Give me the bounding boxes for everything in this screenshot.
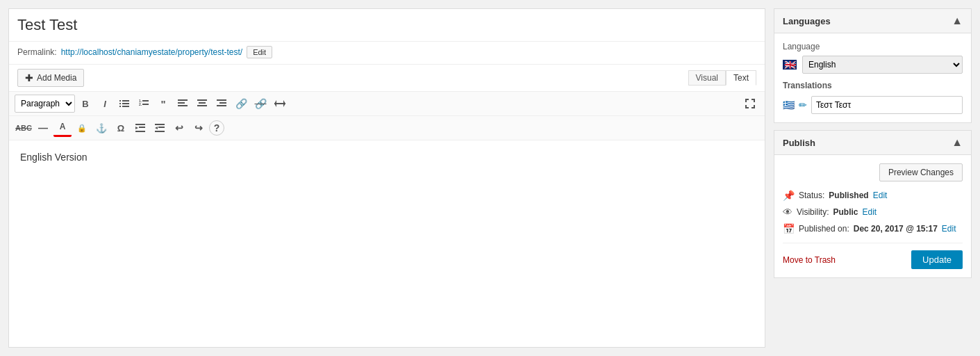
calendar-icon: 📅 — [783, 223, 795, 234]
align-center-button[interactable] — [193, 95, 211, 113]
permalink-row: Permalink: http://localhost/chaniamyesta… — [9, 42, 765, 65]
svg-rect-18 — [217, 105, 226, 106]
indent-button[interactable] — [131, 119, 149, 137]
blockquote-button[interactable]: " — [154, 95, 172, 113]
link-button[interactable]: 🔗 — [232, 95, 250, 113]
published-on-value: Dec 20, 2017 @ 15:17 — [854, 224, 938, 234]
languages-box: Languages ▲ Language English Translation… — [774, 8, 972, 123]
align-center-icon — [197, 99, 207, 108]
paragraph-select[interactable]: Paragraph — [15, 95, 75, 113]
sidebar: Languages ▲ Language English Translation… — [774, 8, 972, 348]
translations-label: Translations — [783, 81, 963, 90]
svg-rect-24 — [139, 127, 145, 128]
language-label: Language — [783, 42, 963, 51]
visibility-value: Public — [833, 207, 858, 217]
editor-content-area[interactable]: English Version — [9, 140, 765, 347]
text-tab[interactable]: Text — [726, 70, 756, 86]
ol-icon: 1. 2. — [139, 99, 149, 108]
align-left-button[interactable] — [174, 95, 192, 113]
svg-rect-7 — [142, 100, 149, 102]
svg-rect-14 — [199, 102, 206, 104]
visual-text-tabs: Visual Text — [688, 70, 756, 86]
align-right-icon — [217, 99, 226, 108]
ordered-list-button[interactable]: 1. 2. — [135, 95, 153, 113]
ul-icon — [119, 99, 129, 108]
published-on-edit-link[interactable]: Edit — [942, 224, 956, 234]
visibility-icon: 👁 — [783, 207, 792, 218]
main-editor: Permalink: http://localhost/chaniamyesta… — [8, 8, 765, 348]
svg-text:2.: 2. — [139, 102, 142, 106]
languages-collapse-button[interactable]: ▲ — [952, 15, 963, 27]
translation-row: 🇬🇷 ✏ — [783, 96, 963, 114]
align-right-button[interactable] — [213, 95, 231, 113]
add-media-button[interactable]: ✚ Add Media — [17, 69, 84, 87]
visibility-edit-link[interactable]: Edit — [862, 207, 877, 217]
update-button[interactable]: Update — [911, 250, 963, 269]
svg-rect-16 — [217, 99, 226, 101]
visibility-row: 👁 Visibility: Public Edit — [783, 207, 963, 218]
translation-edit-icon-button[interactable]: ✏ — [799, 99, 807, 111]
move-to-trash-link[interactable]: Move to Trash — [783, 255, 836, 265]
bold-button[interactable]: B — [76, 95, 94, 113]
help-button[interactable]: ? — [209, 120, 224, 136]
svg-rect-17 — [219, 102, 226, 104]
visual-tab[interactable]: Visual — [688, 70, 726, 86]
text-color-button[interactable]: A — [53, 119, 72, 137]
svg-rect-15 — [197, 105, 207, 106]
status-row: 📌 Status: Published Edit — [783, 190, 963, 201]
redo-button[interactable]: ↪ — [190, 119, 208, 137]
strikethrough-button[interactable]: ABC — [15, 119, 33, 137]
publish-box: Publish ▲ Preview Changes 📌 Status: Publ… — [774, 130, 972, 278]
permalink-edit-button[interactable]: Edit — [247, 46, 272, 58]
status-icon: 📌 — [783, 190, 795, 201]
svg-rect-5 — [122, 106, 129, 107]
post-title-area — [9, 9, 765, 42]
language-row: English — [783, 56, 963, 74]
special-chars-button[interactable]: Ω — [112, 119, 130, 137]
outdent-button[interactable] — [151, 119, 169, 137]
publish-collapse-button[interactable]: ▲ — [952, 136, 963, 149]
svg-rect-2 — [119, 103, 121, 104]
anchor-button[interactable]: ⚓ — [92, 119, 110, 137]
publish-box-header: Publish ▲ — [774, 131, 971, 155]
svg-marker-23 — [135, 127, 138, 129]
translation-input[interactable] — [811, 96, 963, 114]
add-media-icon: ✚ — [25, 72, 33, 83]
languages-box-header: Languages ▲ — [774, 9, 971, 33]
permalink-link[interactable]: http://localhost/chaniamyestate/property… — [61, 47, 242, 57]
publish-box-body: Preview Changes 📌 Status: Published Edit… — [774, 155, 971, 277]
svg-rect-12 — [178, 105, 188, 106]
svg-rect-25 — [135, 131, 145, 132]
svg-rect-11 — [178, 102, 185, 104]
status-label: Status: — [799, 191, 824, 200]
unordered-list-button[interactable] — [115, 95, 133, 113]
svg-rect-28 — [158, 127, 165, 128]
svg-rect-4 — [119, 106, 121, 107]
outdent-icon — [155, 124, 165, 132]
svg-rect-0 — [119, 100, 121, 102]
italic-button[interactable]: I — [96, 95, 114, 113]
svg-rect-13 — [197, 99, 207, 101]
custom-chars-button[interactable]: 🔒 — [73, 119, 91, 137]
svg-rect-22 — [135, 124, 145, 125]
horizontal-rule-button[interactable]: — — [34, 119, 52, 137]
post-title-input[interactable] — [17, 16, 756, 34]
published-on-label: Published on: — [799, 224, 849, 234]
status-value: Published — [829, 191, 868, 200]
languages-box-body: Language English Translations 🇬🇷 ✏ — [774, 33, 971, 122]
unlink-button[interactable]: 🔗 — [251, 95, 269, 113]
published-on-row: 📅 Published on: Dec 20, 2017 @ 15:17 Edi… — [783, 223, 963, 234]
preview-changes-button[interactable]: Preview Changes — [879, 163, 963, 181]
publish-actions: Move to Trash Update — [783, 243, 963, 269]
insert-more-button[interactable] — [271, 95, 289, 113]
svg-rect-10 — [178, 99, 188, 101]
permalink-label: Permalink: — [17, 47, 57, 57]
fullscreen-button[interactable] — [741, 95, 759, 113]
languages-box-title: Languages — [783, 16, 831, 26]
status-edit-link[interactable]: Edit — [873, 191, 888, 200]
uk-flag-icon — [783, 60, 797, 70]
undo-button[interactable]: ↩ — [170, 119, 188, 137]
publish-box-title: Publish — [783, 138, 815, 148]
indent-icon — [135, 124, 145, 132]
language-select[interactable]: English — [802, 56, 963, 74]
